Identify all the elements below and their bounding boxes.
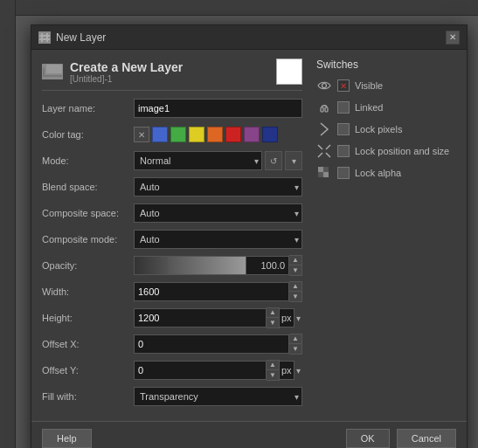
width-row: Width: ▲ ▼ [42,281,302,302]
header-subtitle: [Untitled]-1 [70,74,276,84]
linked-label: Linked [355,102,383,113]
svg-rect-0 [39,35,50,37]
composite-space-select[interactable]: Auto [134,203,302,223]
lock-alpha-checkbox[interactable] [337,167,350,179]
offset-y-control: ▲ ▼ px ▾ [134,360,302,381]
svg-rect-15 [323,172,329,177]
color-tag-control: ✕ [134,127,302,142]
color-tags: ✕ [134,127,302,142]
width-input[interactable] [134,282,289,301]
mode-select[interactable]: Normal [134,151,262,170]
close-button[interactable]: ✕ [446,31,460,45]
visible-switch-row: ✕ Visible [316,78,456,93]
composite-mode-select[interactable]: Auto [134,230,302,249]
svg-rect-1 [39,38,50,40]
lock-pixels-icon [316,121,332,137]
offset-y-spinners: ▲ ▼ [267,360,280,381]
color-tag-red[interactable] [225,127,241,142]
header-title: Create a New Layer [70,60,276,74]
color-tag-purple[interactable] [244,127,260,142]
link-icon [316,100,332,115]
layer-icon [42,64,63,79]
svg-rect-3 [46,33,48,42]
height-down-button[interactable]: ▼ [267,318,279,327]
dialog-header: Create a New Layer [Untitled]-1 [42,59,302,91]
blend-space-row: Blend space: Auto ▾ [42,176,302,197]
lock-alpha-icon [316,165,332,181]
help-button[interactable]: Help [42,429,92,448]
header-text: Create a New Layer [Untitled]-1 [70,60,276,84]
color-tag-none[interactable]: ✕ [134,127,149,142]
lock-pos-icon [316,143,332,159]
offset-y-unit-arrow-icon: ▾ [294,366,302,376]
fill-with-control: Transparency ▾ [134,387,302,406]
offset-x-spinners: ▲ ▼ [289,334,302,355]
svg-rect-17 [318,172,323,177]
height-up-button[interactable]: ▲ [267,308,279,318]
dialog-body: Create a New Layer [Untitled]-1 Layer na… [31,50,467,421]
offset-y-unit-select[interactable]: px [280,361,294,380]
mode-reset-button[interactable]: ↺ [265,151,282,170]
svg-rect-8 [321,107,323,112]
blend-space-control: Auto ▾ [134,177,302,196]
offset-y-row: Offset Y: ▲ ▼ px ▾ [42,360,302,381]
svg-rect-2 [41,33,43,42]
offset-x-up-button[interactable]: ▲ [289,334,301,344]
width-down-button[interactable]: ▼ [289,292,301,301]
color-tag-orange[interactable] [207,127,223,142]
offset-y-down-button[interactable]: ▼ [267,370,279,380]
lock-pos-label: Lock position and size [355,146,449,156]
left-panel: Create a New Layer [Untitled]-1 Layer na… [42,59,302,412]
layer-name-label: Layer name: [42,103,134,114]
svg-rect-9 [325,107,328,112]
opacity-slider[interactable] [134,256,246,275]
svg-line-13 [326,153,330,157]
color-tag-green[interactable] [170,127,186,142]
fill-with-select[interactable]: Transparency [134,387,302,406]
cancel-button[interactable]: Cancel [397,429,456,448]
opacity-input[interactable] [246,256,289,275]
visible-checkbox[interactable]: ✕ [337,79,350,92]
fill-with-row: Fill with: Transparency ▾ [42,386,302,407]
svg-point-7 [322,84,327,88]
opacity-down-button[interactable]: ▼ [289,265,301,275]
ok-button[interactable]: OK [346,429,390,448]
color-tag-label: Color tag: [42,129,134,140]
dialog-titlebar: New Layer ✕ [31,25,467,50]
height-unit-arrow-icon: ▾ [294,314,302,323]
eye-icon [316,78,332,93]
offset-x-input[interactable] [134,334,289,354]
color-tag-yellow[interactable] [189,127,204,142]
svg-rect-6 [46,65,62,73]
height-row: Height: ▲ ▼ px ▾ [42,307,302,328]
lock-alpha-switch-row: Lock alpha [316,165,456,181]
width-label: Width: [42,286,134,297]
color-swatch[interactable] [276,59,302,85]
svg-rect-14 [318,167,323,172]
lock-pos-checkbox[interactable] [337,145,350,157]
height-unit-select[interactable]: px [280,308,294,327]
offset-y-input[interactable] [134,361,267,380]
layer-name-control [134,99,302,118]
color-tag-darkblue[interactable] [262,127,278,142]
width-up-button[interactable]: ▲ [289,282,301,292]
composite-mode-control: Auto ▾ [134,230,302,249]
layer-name-input[interactable] [134,99,302,118]
blend-space-select[interactable]: Auto [134,177,302,196]
height-input[interactable] [134,308,267,327]
opacity-up-button[interactable]: ▲ [289,256,301,265]
offset-y-up-button[interactable]: ▲ [267,361,279,370]
composite-space-label: Composite space: [42,208,134,218]
linked-checkbox[interactable] [337,101,350,114]
composite-space-control: Auto ▾ [134,203,302,223]
opacity-label: Opacity: [42,260,134,271]
composite-mode-label: Composite mode: [42,234,134,245]
mode-extra-button[interactable]: ▾ [285,151,302,170]
lock-alpha-label: Lock alpha [355,168,401,178]
lock-pixels-checkbox[interactable] [337,123,350,135]
svg-line-12 [318,153,322,157]
color-tag-blue[interactable] [152,127,168,142]
new-layer-dialog: New Layer ✕ Create a New Layer [Untitled… [31,24,468,448]
offset-x-down-button[interactable]: ▼ [289,344,301,354]
lock-pos-switch-row: Lock position and size [316,143,456,159]
